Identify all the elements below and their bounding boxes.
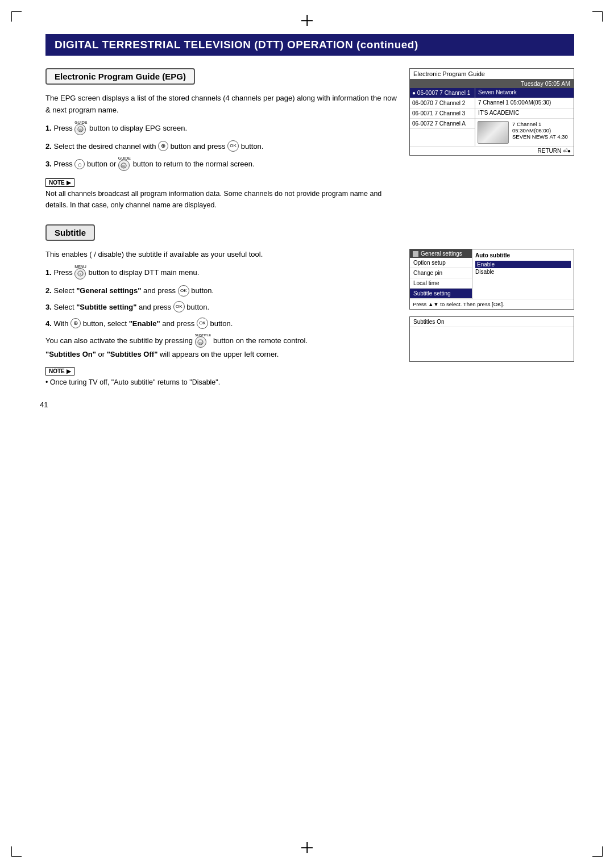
epg-channel-row: 06-0070 7 Channel 2: [410, 98, 475, 108]
epg-screen-body: ● 06-0007 7 Channel 1 06-0070 7 Channel …: [410, 88, 574, 146]
settings-options: Auto subtitle Enable Disable: [472, 249, 574, 299]
epg-note-box: NOTE ▶ Not all channels broadcast all pr…: [45, 178, 398, 211]
settings-menu-item-selected: Subtitle setting: [410, 289, 472, 299]
subtitle-also-text: You can also activate the subtitle by pr…: [45, 334, 398, 361]
subtitle-button-icon: cc: [195, 336, 206, 348]
corner-mark-bl: [11, 846, 22, 857]
subtitle-left: This enables ( / disable) the subtitle i…: [45, 249, 398, 396]
subtitle-section: This enables ( / disable) the subtitle i…: [45, 249, 574, 396]
settings-menu-title: General settings: [410, 249, 472, 258]
epg-program-row: 7 Channel 1 05:00AM(05:30): [475, 98, 574, 108]
note-label: NOTE ▶: [45, 178, 74, 187]
cross-bottom: [301, 842, 313, 853]
epg-program-row: IT'S ACADEMIC: [475, 108, 574, 119]
svg-text:▤: ▤: [79, 128, 82, 131]
guide-button-icon2: ▤: [118, 160, 130, 171]
svg-text:≡: ≡: [80, 272, 81, 276]
subtitle-note-box: NOTE ▶ • Once turing TV off, "Auto subti…: [45, 366, 398, 388]
subtitle-section-wrapper: Subtitle This enables ( / disable) the s…: [45, 224, 574, 396]
epg-screen-container: Electronic Program Guide Tuesday 05:05 A…: [409, 68, 574, 219]
epg-programs: Seven Network 7 Channel 1 05:00AM(05:30)…: [475, 88, 574, 146]
subtitle-step3-num: 3.: [45, 303, 52, 311]
epg-intro: The EPG screen displays a list of the st…: [45, 93, 398, 116]
subtitle-right: General settings Option setup Change pin…: [409, 249, 574, 396]
subtitle-step4-num: 4.: [45, 319, 52, 328]
subtitle-step1: 1. Press MENU ≡ button to display DTT ma…: [45, 265, 398, 281]
epg-step3-num: 3.: [45, 160, 52, 168]
epg-step1-num: 1.: [45, 124, 52, 132]
epg-step2: 2. Select the desired channel with ⊕ but…: [45, 141, 398, 153]
epg-thumb-row: 7 Channel 1 05:30AM(06:00)SEVEN NEWS AT …: [475, 119, 574, 146]
subtitle-note-label: NOTE ▶: [45, 367, 74, 375]
epg-channel-row: 06-0072 7 Channel A: [410, 119, 475, 129]
epg-thumb-text: 7 Channel 1 05:30AM(06:00)SEVEN NEWS AT …: [512, 121, 571, 144]
epg-section: Electronic Program Guide (EPG) The EPG s…: [45, 68, 574, 219]
ok-button-icon4: OK: [197, 318, 208, 329]
settings-menu-icon: [413, 251, 418, 257]
svg-text:cc: cc: [199, 341, 202, 344]
epg-step1: 1. Press GUIDE ▤ button to display EPG s…: [45, 121, 398, 136]
epg-channels: ● 06-0007 7 Channel 1 06-0070 7 Channel …: [410, 88, 475, 146]
direction-button-icon2: ⊕: [70, 318, 81, 328]
epg-screen-title: Electronic Program Guide: [410, 69, 574, 79]
epg-thumbnail: [478, 121, 509, 144]
settings-screen-inner: General settings Option setup Change pin…: [410, 249, 574, 299]
epg-step3: 3. Press ⌂ button or GUIDE ▤ button to r…: [45, 157, 398, 172]
subtitle-step2: 2. Select "General settings" and press O…: [45, 285, 398, 297]
epg-channel-row: 06-0071 7 Channel 3: [410, 108, 475, 119]
settings-footer: Press ▲▼ to select. Then press [OK].: [410, 299, 574, 309]
epg-date-bar: Tuesday 05:05 AM: [410, 79, 574, 88]
main-title: DIGITAL TERRESTRIAL TELEVISION (DTT) OPE…: [45, 34, 574, 56]
settings-option-disable: Disable: [475, 268, 571, 276]
subtitle-heading: Subtitle: [45, 224, 95, 241]
subtitles-on-screen: Subtitles On: [409, 316, 574, 362]
settings-option-title: Auto subtitle: [475, 252, 571, 258]
subtitle-intro: This enables ( / disable) the subtitle i…: [45, 249, 398, 261]
epg-screen: Electronic Program Guide Tuesday 05:05 A…: [409, 68, 574, 156]
corner-mark-br: [592, 846, 603, 857]
epg-return: RETURN ⏎●: [410, 146, 574, 155]
ok-button-icon3: OK: [173, 301, 185, 312]
ok-button-icon2: OK: [178, 285, 189, 297]
settings-menu-title-text: General settings: [421, 251, 462, 257]
home-button-icon: ⌂: [74, 159, 85, 169]
page-number: 41: [40, 400, 48, 409]
settings-option-enable: Enable: [475, 261, 571, 268]
epg-channel-dot: ●: [412, 90, 416, 96]
direction-button-icon: ⊕: [158, 141, 168, 151]
epg-channel-row: ● 06-0007 7 Channel 1: [410, 88, 475, 98]
settings-menu-item: Change pin: [410, 268, 472, 278]
subtitle-note-text: • Once turing TV off, "Auto subtitle" re…: [45, 377, 398, 388]
ok-button-icon: OK: [227, 140, 239, 152]
subtitle-step2-num: 2.: [45, 286, 52, 295]
menu-button-icon: ≡: [74, 268, 86, 279]
epg-heading: Electronic Program Guide (EPG): [45, 68, 195, 85]
epg-left: Electronic Program Guide (EPG) The EPG s…: [45, 68, 398, 219]
guide-button-icon: ▤: [74, 124, 86, 135]
settings-menu-item: Local time: [410, 278, 472, 289]
subtitles-on-label: Subtitles On: [410, 317, 574, 327]
svg-text:▤: ▤: [122, 164, 125, 168]
subtitle-step1-num: 1.: [45, 268, 52, 277]
epg-note-text: Not all channels broadcast all program i…: [45, 189, 398, 211]
settings-menu: General settings Option setup Change pin…: [410, 249, 472, 299]
subtitle-step4: 4. With ⊕ button, select "Enable" and pr…: [45, 318, 398, 330]
epg-step2-num: 2.: [45, 142, 52, 151]
subtitle-step3: 3. Select "Subtitle setting" and press O…: [45, 302, 398, 314]
settings-screen: General settings Option setup Change pin…: [409, 249, 574, 310]
settings-menu-item: Option setup: [410, 258, 472, 268]
epg-program-row: Seven Network: [475, 88, 574, 98]
